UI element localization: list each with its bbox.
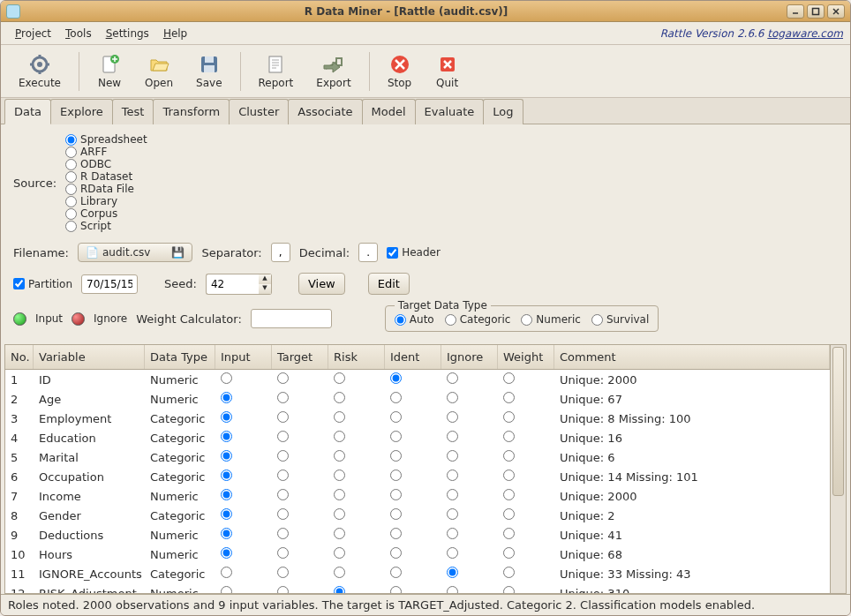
- role-ident-radio[interactable]: [390, 450, 402, 462]
- source-r-dataset[interactable]: R Dataset: [65, 170, 147, 183]
- role-ident-radio[interactable]: [390, 470, 402, 481]
- role-target-radio[interactable]: [277, 547, 289, 559]
- report-button[interactable]: Report: [250, 50, 303, 92]
- role-target-radio[interactable]: [277, 567, 289, 578]
- role-target-radio[interactable]: [277, 411, 289, 423]
- role-risk-radio[interactable]: [334, 547, 345, 559]
- role-risk-radio[interactable]: [334, 586, 345, 593]
- table-row[interactable]: 8GenderCategoricUnique: 2: [5, 506, 830, 525]
- tab-log[interactable]: Log: [483, 99, 523, 124]
- execute-button[interactable]: Execute: [10, 50, 70, 92]
- col-target[interactable]: Target: [272, 345, 328, 369]
- close-button[interactable]: [827, 4, 845, 19]
- role-weight-radio[interactable]: [503, 547, 515, 559]
- grid-scrollbar[interactable]: [830, 345, 846, 593]
- role-input-radio[interactable]: [221, 411, 232, 423]
- role-ignore-radio[interactable]: [447, 489, 458, 500]
- role-ident-radio[interactable]: [390, 431, 402, 442]
- role-ignore-radio[interactable]: [447, 372, 458, 384]
- role-ident-radio[interactable]: [390, 567, 402, 578]
- role-target-radio[interactable]: [277, 528, 289, 539]
- role-input-radio[interactable]: [221, 450, 232, 462]
- role-ignore-radio[interactable]: [447, 431, 458, 442]
- role-risk-radio[interactable]: [334, 567, 345, 578]
- weight-calculator-input[interactable]: [251, 309, 332, 328]
- seed-spinner[interactable]: ▲▼: [206, 274, 272, 295]
- role-ignore-radio[interactable]: [447, 392, 458, 403]
- role-ignore-radio[interactable]: [447, 508, 458, 520]
- source-rdata-file[interactable]: RData File: [65, 183, 147, 195]
- version-link[interactable]: togaware.com: [767, 27, 843, 40]
- menu-help[interactable]: Help: [156, 25, 194, 42]
- role-weight-radio[interactable]: [503, 528, 515, 539]
- table-row[interactable]: 3EmploymentCategoricUnique: 8 Missing: 1…: [5, 409, 830, 428]
- role-input-radio[interactable]: [221, 470, 232, 481]
- role-input-radio[interactable]: [221, 431, 232, 442]
- role-ignore-radio[interactable]: [447, 470, 458, 481]
- role-ident-radio[interactable]: [390, 547, 402, 559]
- role-weight-radio[interactable]: [503, 450, 515, 462]
- table-row[interactable]: 1IDNumericUnique: 2000: [5, 370, 830, 389]
- export-button[interactable]: Export: [307, 50, 359, 92]
- role-input-radio[interactable]: [221, 586, 232, 593]
- role-ident-radio[interactable]: [390, 489, 402, 500]
- role-ignore-radio[interactable]: [447, 411, 458, 423]
- role-risk-radio[interactable]: [334, 450, 345, 462]
- role-target-radio[interactable]: [277, 392, 289, 403]
- decimal-input[interactable]: [358, 243, 378, 262]
- source-script[interactable]: Script: [65, 220, 147, 232]
- role-ident-radio[interactable]: [390, 392, 402, 403]
- table-row[interactable]: 9DeductionsNumericUnique: 41: [5, 525, 830, 545]
- role-target-radio[interactable]: [277, 508, 289, 520]
- role-ignore-radio[interactable]: [447, 567, 458, 578]
- col-no[interactable]: No.: [5, 345, 34, 369]
- minimize-button[interactable]: [787, 4, 804, 19]
- role-weight-radio[interactable]: [503, 372, 515, 384]
- target-type-survival[interactable]: Survival: [591, 313, 649, 326]
- col-risk[interactable]: Risk: [328, 345, 385, 369]
- role-input-radio[interactable]: [221, 567, 232, 578]
- role-weight-radio[interactable]: [503, 508, 515, 520]
- role-input-radio[interactable]: [221, 528, 232, 539]
- role-ident-radio[interactable]: [390, 372, 402, 384]
- tab-cluster[interactable]: Cluster: [229, 99, 289, 124]
- filename-picker[interactable]: 📄 audit.csv 💾: [78, 243, 192, 262]
- tab-associate[interactable]: Associate: [288, 99, 362, 124]
- source-spreadsheet[interactable]: Spreadsheet: [65, 133, 147, 146]
- role-weight-radio[interactable]: [503, 411, 515, 423]
- source-library[interactable]: Library: [65, 195, 147, 207]
- role-risk-radio[interactable]: [334, 392, 345, 403]
- maximize-button[interactable]: [807, 4, 825, 19]
- role-ignore-radio[interactable]: [447, 586, 458, 593]
- role-input-radio[interactable]: [221, 508, 232, 520]
- target-type-numeric[interactable]: Numeric: [521, 313, 581, 326]
- col-comment[interactable]: Comment: [554, 345, 830, 369]
- role-risk-radio[interactable]: [334, 508, 345, 520]
- separator-input[interactable]: [271, 243, 290, 262]
- table-row[interactable]: 11IGNORE_AccountsCategoricUnique: 33 Mis…: [5, 564, 830, 583]
- role-target-radio[interactable]: [277, 431, 289, 442]
- tab-transform[interactable]: Transform: [153, 99, 230, 124]
- menu-tools[interactable]: Tools: [58, 25, 99, 42]
- role-ignore-radio[interactable]: [447, 450, 458, 462]
- col-weight[interactable]: Weight: [498, 345, 554, 369]
- seed-input[interactable]: [206, 274, 259, 295]
- role-risk-radio[interactable]: [334, 528, 345, 539]
- role-target-radio[interactable]: [277, 372, 289, 384]
- role-input-radio[interactable]: [221, 547, 232, 559]
- table-row[interactable]: 5MaritalCategoricUnique: 6: [5, 447, 830, 467]
- role-weight-radio[interactable]: [503, 489, 515, 500]
- source-arff[interactable]: ARFF: [65, 146, 147, 158]
- table-row[interactable]: 7IncomeNumericUnique: 2000: [5, 486, 830, 506]
- role-target-radio[interactable]: [277, 470, 289, 481]
- role-ignore-radio[interactable]: [447, 528, 458, 539]
- col-datatype[interactable]: Data Type: [145, 345, 215, 369]
- spin-up[interactable]: ▲: [259, 274, 271, 284]
- role-target-radio[interactable]: [277, 586, 289, 593]
- view-button[interactable]: View: [298, 273, 345, 295]
- role-target-radio[interactable]: [277, 489, 289, 500]
- menu-settings[interactable]: Settings: [99, 25, 156, 42]
- col-ignore[interactable]: Ignore: [441, 345, 498, 369]
- role-weight-radio[interactable]: [503, 392, 515, 403]
- role-weight-radio[interactable]: [503, 586, 515, 593]
